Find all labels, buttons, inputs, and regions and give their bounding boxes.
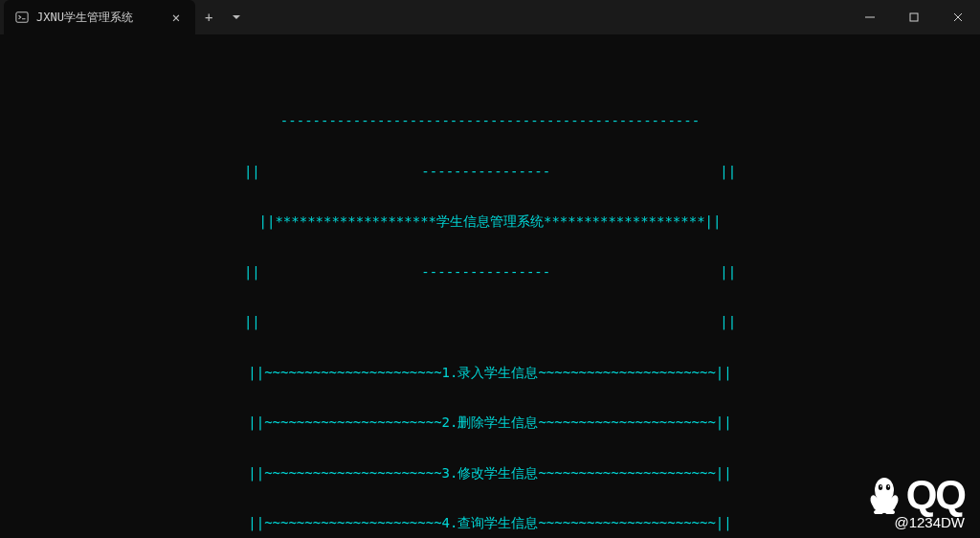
watermark: QQ @1234DW (868, 472, 965, 530)
close-button[interactable] (936, 0, 980, 34)
menu-rule-top: ----------------------------------------… (10, 113, 970, 130)
svg-point-11 (878, 484, 881, 490)
tab-dropdown-icon[interactable] (222, 10, 251, 25)
qq-brand-text: QQ (906, 472, 965, 518)
menu-blank: || || (10, 314, 970, 331)
svg-rect-0 (16, 12, 28, 23)
penguin-icon (868, 476, 901, 514)
new-tab-button[interactable]: + (195, 10, 222, 25)
svg-point-12 (885, 484, 889, 490)
terminal-icon (15, 11, 29, 24)
menu-item: ||~~~~~~~~~~~~~~~~~~~~~~2.删除学生信息~~~~~~~~… (10, 415, 970, 432)
qq-logo: QQ (868, 472, 965, 518)
window-controls (848, 0, 980, 34)
window-titlebar: JXNU学生管理系统 ✕ + (0, 0, 980, 34)
terminal-tab[interactable]: JXNU学生管理系统 ✕ (4, 0, 195, 34)
menu-header-mid: || ---------------- || (10, 164, 970, 181)
minimize-button[interactable] (848, 0, 892, 34)
menu-item: ||~~~~~~~~~~~~~~~~~~~~~~4.查询学生信息~~~~~~~~… (10, 515, 970, 532)
menu-header: ||********************学生信息管理系统**********… (10, 213, 970, 231)
ascii-menu: ----------------------------------------… (10, 79, 970, 538)
terminal-body[interactable]: ----------------------------------------… (0, 34, 980, 538)
svg-point-13 (880, 485, 881, 487)
watermark-handle: @1234DW (868, 514, 965, 530)
svg-point-14 (887, 485, 889, 487)
menu-item: ||~~~~~~~~~~~~~~~~~~~~~~3.修改学生信息~~~~~~~~… (10, 465, 970, 482)
menu-item: ||~~~~~~~~~~~~~~~~~~~~~~1.录入学生信息~~~~~~~~… (10, 365, 970, 382)
tab-close-icon[interactable]: ✕ (168, 10, 184, 25)
svg-rect-2 (910, 13, 918, 21)
menu-header-bot: || ---------------- || (10, 264, 970, 281)
maximize-button[interactable] (892, 0, 936, 34)
tab-title: JXNU学生管理系统 (36, 10, 161, 26)
